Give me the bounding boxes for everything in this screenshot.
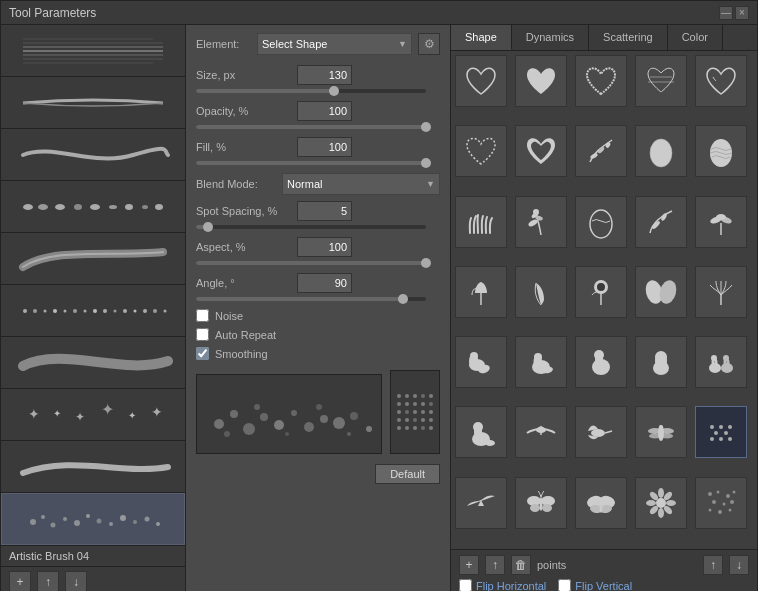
list-item[interactable] xyxy=(575,406,627,458)
list-item[interactable] xyxy=(1,129,185,181)
list-item[interactable] xyxy=(635,55,687,107)
shape-svg xyxy=(582,273,620,311)
angle-slider-thumb[interactable] xyxy=(398,294,408,304)
list-item[interactable] xyxy=(695,55,747,107)
fill-value[interactable]: 100 xyxy=(297,137,352,157)
spot-spacing-slider[interactable] xyxy=(196,225,426,229)
list-item[interactable] xyxy=(635,196,687,248)
list-item[interactable] xyxy=(1,233,185,285)
svg-point-21 xyxy=(73,309,77,313)
delete-shape-button[interactable]: 🗑 xyxy=(511,555,531,575)
svg-point-147 xyxy=(660,428,674,434)
list-item[interactable] xyxy=(575,125,627,177)
list-item[interactable] xyxy=(455,477,507,529)
blend-mode-dropdown[interactable]: Normal ▼ xyxy=(282,173,440,195)
spot-spacing-value[interactable]: 5 xyxy=(297,201,352,221)
sort-up-button[interactable]: ↑ xyxy=(703,555,723,575)
list-item[interactable] xyxy=(695,266,747,318)
tab-scattering[interactable]: Scattering xyxy=(589,25,668,50)
minimize-button[interactable]: — xyxy=(719,6,733,20)
list-item[interactable] xyxy=(515,125,567,177)
svg-point-184 xyxy=(730,500,734,504)
noise-checkbox[interactable] xyxy=(196,309,209,322)
aspect-slider[interactable] xyxy=(196,261,426,265)
list-item[interactable] xyxy=(695,125,747,177)
export-brush-button[interactable]: ↑ xyxy=(37,571,59,591)
fill-slider-thumb[interactable] xyxy=(421,158,431,168)
close-button[interactable]: × xyxy=(735,6,749,20)
smoothing-checkbox[interactable] xyxy=(196,347,209,360)
list-item[interactable] xyxy=(635,266,687,318)
list-item[interactable] xyxy=(455,125,507,177)
list-item[interactable] xyxy=(575,55,627,107)
angle-slider[interactable] xyxy=(196,297,426,301)
opacity-slider-thumb[interactable] xyxy=(421,122,431,132)
list-item[interactable] xyxy=(575,266,627,318)
fill-slider[interactable] xyxy=(196,161,426,165)
list-item[interactable] xyxy=(635,336,687,388)
list-item[interactable] xyxy=(635,125,687,177)
list-item[interactable] xyxy=(695,477,747,529)
tab-dynamics[interactable]: Dynamics xyxy=(512,25,589,50)
blend-dropdown-arrow-icon: ▼ xyxy=(426,179,435,189)
svg-point-171 xyxy=(658,508,664,518)
gear-button[interactable]: ⚙ xyxy=(418,33,440,55)
svg-text:✦: ✦ xyxy=(75,410,85,424)
list-item[interactable] xyxy=(1,493,185,545)
list-item[interactable] xyxy=(515,406,567,458)
default-button[interactable]: Default xyxy=(375,464,440,484)
aspect-slider-thumb[interactable] xyxy=(421,258,431,268)
size-slider-thumb[interactable] xyxy=(329,86,339,96)
list-item[interactable] xyxy=(695,406,747,458)
list-item[interactable]: ✦ ✦ ✦ ✦ ✦ ✦ xyxy=(1,389,185,441)
flip-horizontal-checkbox[interactable] xyxy=(459,579,472,591)
list-item[interactable] xyxy=(1,285,185,337)
svg-point-69 xyxy=(429,394,433,398)
import-brush-button[interactable]: ↓ xyxy=(65,571,87,591)
list-item[interactable] xyxy=(695,336,747,388)
list-item[interactable] xyxy=(575,477,627,529)
sort-down-button[interactable]: ↓ xyxy=(729,555,749,575)
list-item[interactable] xyxy=(635,406,687,458)
element-dropdown[interactable]: Select Shape ▼ xyxy=(257,33,412,55)
list-item[interactable] xyxy=(455,406,507,458)
tab-shape[interactable]: Shape xyxy=(451,25,512,50)
angle-value[interactable]: 90 xyxy=(297,273,352,293)
opacity-value[interactable]: 100 xyxy=(297,101,352,121)
list-item[interactable] xyxy=(1,181,185,233)
list-item[interactable] xyxy=(695,196,747,248)
export-shape-button[interactable]: ↑ xyxy=(485,555,505,575)
spot-slider-thumb[interactable] xyxy=(203,222,213,232)
add-brush-button[interactable]: + xyxy=(9,571,31,591)
auto-repeat-checkbox[interactable] xyxy=(196,328,209,341)
list-item[interactable] xyxy=(1,77,185,129)
list-item[interactable] xyxy=(1,441,185,493)
list-item[interactable] xyxy=(455,196,507,248)
smoothing-label: Smoothing xyxy=(215,348,268,360)
shape-svg xyxy=(522,343,560,381)
list-item[interactable] xyxy=(515,266,567,318)
list-item[interactable] xyxy=(1,25,185,77)
spot-spacing-label: Spot Spacing, % xyxy=(196,205,291,217)
add-shape-button[interactable]: + xyxy=(459,555,479,575)
list-item[interactable] xyxy=(515,477,567,529)
list-item[interactable] xyxy=(1,337,185,389)
list-item[interactable] xyxy=(455,336,507,388)
tab-color[interactable]: Color xyxy=(668,25,723,50)
list-item[interactable] xyxy=(515,55,567,107)
flip-vertical-checkbox[interactable] xyxy=(558,579,571,591)
list-item[interactable] xyxy=(575,196,627,248)
svg-point-11 xyxy=(90,204,100,210)
list-item[interactable] xyxy=(635,477,687,529)
list-item[interactable] xyxy=(515,336,567,388)
size-slider[interactable] xyxy=(196,89,426,93)
size-value[interactable]: 130 xyxy=(297,65,352,85)
list-item[interactable] xyxy=(575,336,627,388)
list-item[interactable] xyxy=(515,196,567,248)
spot-slider-row xyxy=(196,225,440,229)
list-item[interactable] xyxy=(455,266,507,318)
list-item[interactable] xyxy=(455,55,507,107)
aspect-value[interactable]: 100 xyxy=(297,237,352,257)
title-bar: Tool Parameters — × xyxy=(1,1,757,25)
opacity-slider[interactable] xyxy=(196,125,426,129)
